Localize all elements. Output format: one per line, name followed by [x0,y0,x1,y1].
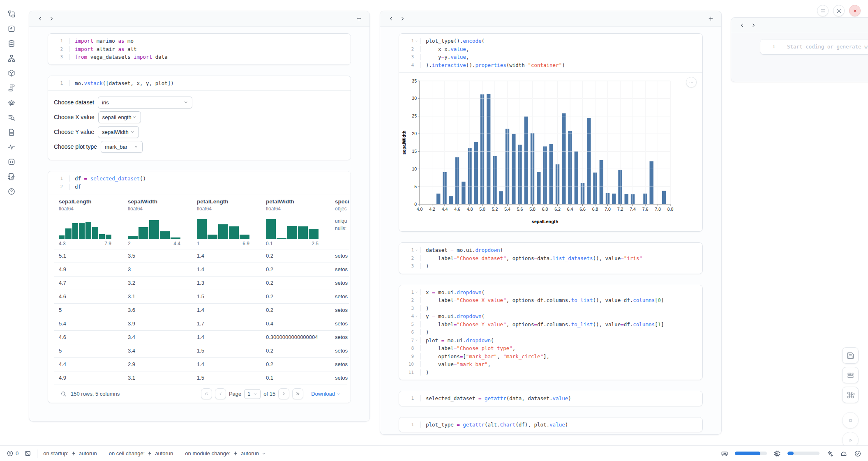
table-cell: setos [330,290,349,303]
cell-dataset-dropdown-editor[interactable]: 1dataset = mo.ui.dropdown(2 label="Choos… [399,243,702,274]
cell-selected-dataset-editor[interactable]: 1selected_dataset = getattr(data, datase… [399,391,702,406]
column-prev-button[interactable] [385,14,397,24]
sidebar-item-function[interactable] [0,21,23,36]
line-number: 1 [399,422,414,427]
table-column-header[interactable]: sepalLengthfloat644.37.9 [54,198,123,249]
table-cell: setos [330,277,349,290]
histogram-bar [218,224,228,239]
svg-text:4.4: 4.4 [442,207,448,212]
fold-toggle[interactable] [414,249,419,252]
command-button[interactable] [842,387,859,403]
sidebar-item-document[interactable] [0,125,23,140]
code-token: = [457,422,460,428]
dropdown-choose-y-value[interactable]: sepalWidth [98,126,139,138]
cell-plot-editor[interactable]: 1plot_type().encode(2 x=x.value,3 y=y.va… [399,34,702,72]
table-cell: 1.4 [192,263,261,276]
add-cell-button[interactable] [705,14,716,24]
table-row[interactable]: 4.63.11.50.2setos [54,290,349,303]
table-column-header[interactable]: speciobjecuniqunulls: [330,198,349,249]
table-row[interactable]: 4.93.11.50.1setos [54,371,349,385]
runtime-config-2[interactable]: on module change:autorun [185,450,266,456]
altair-chart[interactable]: 4.04.24.44.64.85.05.25.45.65.86.06.26.46… [399,73,702,231]
lightning-icon [71,451,76,456]
save-button[interactable] [842,347,859,364]
sidebar-item-chat-bot[interactable] [0,95,23,110]
table-scroll-area[interactable]: sepalLengthfloat644.37.9sepalWidthfloat6… [54,194,349,385]
column-next-button[interactable] [748,20,759,31]
layout-button[interactable] [842,367,859,383]
column-next-button[interactable] [397,14,408,24]
prev-page-button[interactable] [215,388,226,399]
script-icon [7,84,16,92]
sidebar-item-flow[interactable] [0,51,23,66]
new-cell-editor[interactable]: 1Start coding or generate with AI [760,39,868,54]
dropdown-choose-dataset[interactable]: iris [98,97,192,108]
runtime-config-0[interactable]: on startup:autorun [43,450,97,456]
column-prev-button[interactable] [736,20,748,31]
table-row[interactable]: 4.73.21.30.2setos [54,276,349,290]
table-column-header[interactable]: petalWidthfloat640.12.5 [261,198,330,249]
last-page-button[interactable] [292,388,303,399]
sidebar-item-activity[interactable] [0,140,23,154]
code-token: df.columns. [537,321,571,327]
table-row[interactable]: 4.931.40.2setos [54,263,349,276]
package-icon [7,69,16,77]
sidebar-item-file-tree[interactable] [0,7,23,21]
sidebar-item-scratchpad[interactable] [0,169,23,184]
line-number: 1 [48,176,63,181]
table-row[interactable]: 4.42.91.40.2setos [54,357,349,371]
sidebar-item-database[interactable] [0,36,23,51]
code-token: , [466,46,469,52]
ai-assistant-button[interactable] [826,450,833,457]
table-row[interactable]: 5.43.91.70.4setos [54,317,349,330]
fold-toggle[interactable] [414,290,419,294]
generate-link[interactable]: generate [836,44,861,50]
next-page-button[interactable] [278,388,289,399]
first-page-button[interactable] [201,388,212,399]
table-column-header[interactable]: sepalWidthfloat6424.4 [123,198,192,249]
stop-button[interactable] [842,412,859,429]
table-row[interactable]: 53.41.50.2setos [54,344,349,357]
page-select[interactable]: 1 [244,389,261,399]
fold-toggle[interactable] [414,39,419,43]
cell-vstack-editor[interactable]: 1mo.vstack([dataset, x, y, plot]) [48,76,351,91]
dropdown-choose-plot-type[interactable]: mark_bar [101,141,143,153]
settings-button[interactable] [833,5,845,16]
runtime-config-1[interactable]: on cell change:autorun [109,450,173,456]
right-cells-container: 1Start coding or generate with AI [731,33,868,55]
plot-output: 4.04.24.44.64.85.05.25.45.65.86.06.26.46… [399,72,702,231]
cell-imports-editor[interactable]: 1import marimo as mo2import altair as al… [48,34,351,65]
dropdown-choose-x-value[interactable]: sepalLength [98,111,141,123]
connection-status-button[interactable] [854,450,861,457]
column-next-button[interactable] [46,14,57,24]
add-cell-button[interactable] [353,14,365,24]
table-search-icon[interactable] [60,391,67,397]
code-token: [ [655,321,658,327]
sidebar-item-logs[interactable] [0,110,23,125]
menu-button[interactable] [817,5,829,16]
bot-button[interactable] [840,450,847,457]
table-column-header[interactable]: petalLengthfloat6416.9 [192,198,261,249]
table-row[interactable]: 53.61.40.2setos [54,303,349,317]
table-row[interactable]: 4.63.41.40.3000000000000004setos [54,330,349,344]
sidebar-item-script[interactable] [0,81,23,95]
column-prev-button[interactable] [34,14,46,24]
sidebar-item-help[interactable] [0,184,23,199]
sidebar-item-snippets[interactable] [0,154,23,169]
cell-xy-plot-dropdowns-editor[interactable]: 1x = mo.ui.dropdown(2 label="Choose X va… [399,285,702,380]
fold-toggle[interactable] [414,315,419,318]
svg-text:5.0: 5.0 [479,207,485,212]
fold-toggle[interactable] [414,339,419,342]
download-button[interactable]: Download [311,391,341,397]
errors-indicator[interactable]: 0 [7,450,18,457]
table-row[interactable]: 5.13.51.40.2setos [54,249,349,263]
page-count-label: of 15 [263,391,275,397]
terminal-button[interactable] [24,450,31,457]
cell-plot-type-editor[interactable]: 1plot_type = getattr(alt.Chart(df), plot… [399,417,702,432]
table-cell: 4.6 [54,331,123,344]
chart-actions-button[interactable] [686,77,697,88]
table-cell: 5.1 [54,249,123,263]
sidebar-item-package[interactable] [0,66,23,81]
close-button[interactable] [849,5,861,16]
cell-dataframe-editor[interactable]: 1df = selected_dataset()2df [48,171,351,194]
